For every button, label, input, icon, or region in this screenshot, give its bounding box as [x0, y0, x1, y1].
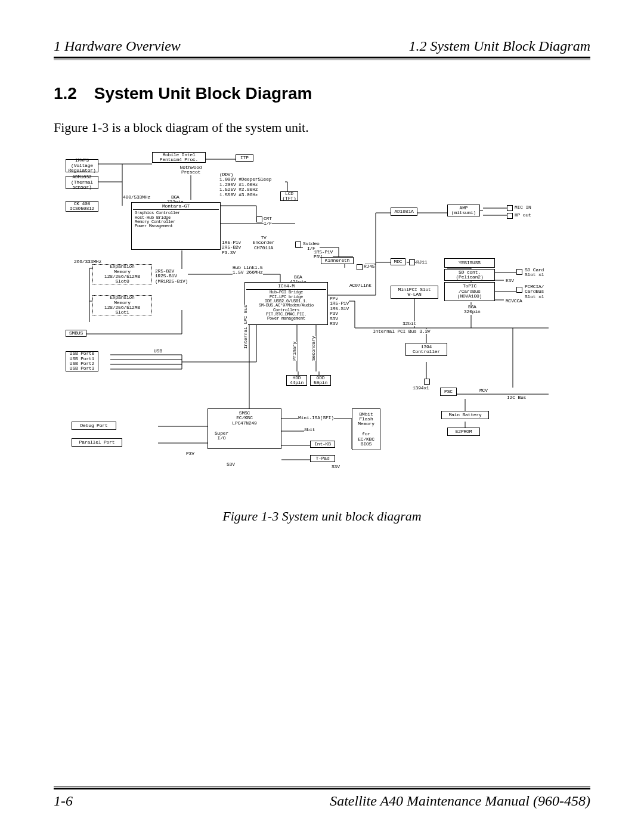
label-8bit: 8bit — [304, 428, 315, 432]
label-bus400: 400/533MHz — [123, 195, 150, 200]
label-bga320: BGA320pin — [464, 305, 481, 315]
block-diagram: IMVP5(VoltageRegulator) ADM1032(Thermals… — [54, 146, 590, 504]
block-itp: ITP — [236, 154, 253, 162]
label-i2c: I2C Bus — [507, 395, 526, 400]
block-mainbat: Main Battery — [441, 411, 489, 419]
label-pci33: Internal PCI Bus 3.3V — [373, 329, 431, 334]
block-kinnereth: Kinnereth — [321, 257, 354, 264]
block-intkb: Int-KB — [310, 441, 335, 448]
label-nothwood: NothwoodPrescot — [173, 165, 209, 175]
block-imvp5: IMVP5(VoltageRegulator) — [66, 159, 98, 172]
label-p3v: P3V — [186, 451, 194, 456]
block-exp0: ExpansionMemory128/256/512MBSlot0 — [92, 264, 152, 284]
connector-hp — [507, 213, 513, 219]
label-miniisa: Mini-ISA(SFI) — [298, 416, 334, 420]
block-tpad: T-Pad — [310, 455, 335, 462]
connector-pcmcia — [516, 287, 522, 293]
block-1394ctrl: 1394Controller — [405, 343, 447, 356]
section-number: 1.2 — [54, 84, 89, 103]
label-crt: CRTI/F — [264, 216, 272, 227]
header-rule-thin — [54, 60, 590, 60]
figure-caption: Figure 1-3 System unit block diagram — [54, 509, 590, 524]
header-right: 1.2 System Unit Block Diagram — [408, 38, 590, 54]
connector-1394 — [424, 379, 430, 385]
section-title: System Unit Block Diagram — [94, 84, 312, 103]
label-sdcard: SD CardSlot x1 — [525, 268, 544, 278]
label-ppv: PPv1R5-P1V1R5-S1VP3VS3VR3V — [330, 296, 349, 326]
footer-rule-thick — [54, 788, 590, 789]
label-mic-in: MIC IN — [515, 205, 531, 210]
block-smbus: SMBUS — [66, 330, 86, 337]
label-1r5: 1R5-P1v2R5-B2vP3.3V — [222, 240, 241, 255]
header-left: 1 Hardware Overview — [54, 38, 181, 54]
page-footer: 1-6 Satellite A40 Maintenance Manual (96… — [54, 786, 590, 809]
block-lcd: LCD(TFT) — [280, 191, 298, 201]
label-pcmcia: PCMCIA/CardBusSlot x1 — [525, 284, 544, 299]
label-lpcbus: Internal LPC Bus — [243, 305, 248, 349]
header-rule-thick — [54, 57, 590, 58]
label-mcvcca: MCVCCA — [506, 299, 522, 304]
block-smsc: SMSCEC/KBCLPC47N249 — [208, 408, 281, 449]
block-exp1: ExpansionMemory128/256/512MBSlot1 — [92, 295, 152, 315]
label-s3v: S3V — [227, 462, 235, 467]
label-hp-out: HP out — [515, 213, 531, 218]
footer-left: 1-6 — [54, 793, 73, 809]
block-minipci: MiniPCI SlotW-LAN — [391, 286, 438, 299]
label-ich4m: ICH4-M — [246, 283, 326, 290]
label-primary: Primary — [292, 342, 297, 361]
block-amp: AMP(mitsumi) — [447, 205, 480, 216]
label-e3v: E3V — [506, 278, 514, 283]
label-secondary: Secondary — [311, 336, 316, 361]
block-odd: ODD50pin — [310, 375, 331, 386]
label-superio: SuperI/O — [215, 431, 228, 441]
block-topic: ToPIC/CardBus(NOVA100) — [444, 282, 495, 301]
label-1394x1: 1394x1 — [413, 386, 429, 391]
label-tv: TVEncorderCH7011A — [246, 236, 281, 250]
block-usbports: USB Port0USB Port1USB Port2USB Port3 — [66, 351, 98, 371]
connector-rj11 — [409, 259, 415, 265]
footer-right: Satellite A40 Maintenance Manual (960-45… — [330, 793, 590, 809]
label-exp0-note: 2R5-B2V1R25-B1V(MR1R25-B1V) — [155, 269, 188, 284]
block-psc: PSC — [440, 388, 457, 396]
block-cpu: Mobile IntelPentuim4 Proc. — [152, 152, 206, 163]
block-parallel: Parallel Port — [72, 438, 122, 447]
connector-sdcard — [516, 269, 522, 275]
label-s3v2: S3V — [332, 465, 340, 469]
connector-mic — [507, 205, 513, 211]
label-montara: Montara-GT — [133, 203, 219, 210]
block-debug: Debug Port — [72, 422, 116, 430]
label-ddv: (DDV)1.000V #DeeperSleep1.205V #1.60Hz1.… — [219, 172, 285, 197]
footer-rule-thin — [54, 786, 590, 786]
label-rj45: RJ45 — [364, 264, 374, 269]
connector-rj45 — [357, 264, 363, 270]
block-hdd: HDD44pin — [286, 375, 307, 386]
label-usb: USB — [154, 349, 162, 354]
section-heading: 1.2 System Unit Block Diagram — [54, 84, 590, 103]
intro-text: Figure 1-3 is a block diagram of the sys… — [54, 120, 590, 135]
label-mcv: MCV — [479, 388, 488, 393]
label-hublink: Hub Link1.51.5V 266MHz — [233, 265, 263, 275]
label-smsc: SMSCEC/KBCLPC47N249 — [209, 410, 280, 427]
label-32bit: 32bit — [402, 321, 416, 326]
label-rj11: RJ11 — [416, 260, 427, 265]
connector-svideo — [295, 241, 301, 247]
block-ich4m: ICH4-M Hub-PCI BridgePCI-LPC bridgeIDE.U… — [244, 282, 328, 325]
label-ich4m-note: Hub-PCI BridgePCI-LPC bridgeIDE.USB2.0/U… — [246, 290, 326, 321]
block-ad1981a: AD1981A — [391, 208, 417, 216]
block-mdc: MDC — [391, 258, 405, 265]
block-adm1032: ADM1032(Thermalsensor) — [66, 176, 98, 189]
block-e2prom: E2PROM — [447, 428, 480, 436]
block-ck408: CK 408ICS950812 — [66, 201, 98, 212]
label-montara-note: Graphics ControllerHost-Hub BridgeMemory… — [133, 210, 219, 230]
block-yebisuss: YEBISUSS — [444, 258, 495, 268]
connector-crt — [256, 216, 262, 222]
block-bmbit: BMbitFlashMemoryforEC/KBCBIOS — [352, 408, 380, 450]
block-montara: Montara-GT Graphics ControllerHost-Hub B… — [131, 202, 221, 250]
label-ac97: AC97Link — [349, 283, 371, 288]
block-sdcont: SD cont.(Pelican2) — [444, 269, 495, 281]
